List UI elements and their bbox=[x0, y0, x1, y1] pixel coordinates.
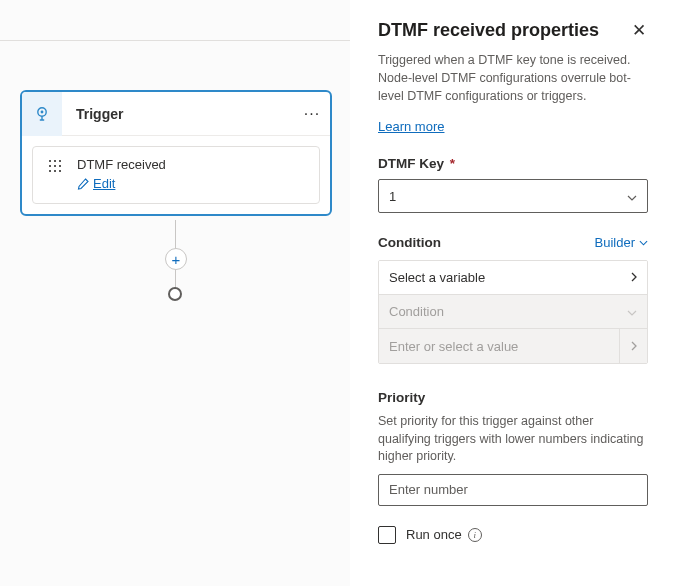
chevron-down-icon bbox=[627, 189, 637, 204]
condition-header: Condition Builder bbox=[378, 235, 648, 250]
dtmf-key-select[interactable]: 1 bbox=[378, 179, 648, 213]
node-body: DTMF received Edit bbox=[22, 136, 330, 214]
dtmf-trigger-item[interactable]: DTMF received Edit bbox=[32, 146, 320, 204]
condition-operator-select: Condition bbox=[379, 295, 647, 329]
condition-operator-placeholder: Condition bbox=[389, 304, 444, 319]
condition-value-placeholder: Enter or select a value bbox=[389, 339, 518, 354]
properties-panel: DTMF received properties ✕ Triggered whe… bbox=[350, 0, 674, 586]
add-node-button[interactable]: + bbox=[165, 248, 187, 270]
dtmf-key-value: 1 bbox=[389, 189, 396, 204]
panel-header: DTMF received properties ✕ bbox=[378, 20, 648, 41]
edit-link[interactable]: Edit bbox=[77, 176, 115, 191]
svg-point-10 bbox=[59, 170, 61, 172]
pencil-icon bbox=[77, 178, 89, 190]
node-more-button[interactable]: ··· bbox=[294, 92, 330, 136]
run-once-checkbox[interactable] bbox=[378, 526, 396, 544]
chevron-right-icon bbox=[631, 270, 637, 285]
svg-point-7 bbox=[59, 165, 61, 167]
node-header: Trigger ··· bbox=[22, 92, 330, 136]
priority-description: Set priority for this trigger against ot… bbox=[378, 413, 648, 466]
flow-end-marker bbox=[168, 287, 182, 301]
run-once-label: Run once i bbox=[406, 527, 482, 542]
svg-point-6 bbox=[54, 165, 56, 167]
run-once-row: Run once i bbox=[378, 526, 648, 544]
canvas-divider bbox=[0, 40, 350, 41]
trigger-node[interactable]: Trigger ··· DTMF received bbox=[20, 90, 332, 216]
svg-point-9 bbox=[54, 170, 56, 172]
condition-variable-select[interactable]: Select a variable bbox=[379, 261, 647, 295]
edit-link-label: Edit bbox=[93, 176, 115, 191]
learn-more-link[interactable]: Learn more bbox=[378, 119, 444, 134]
svg-point-4 bbox=[59, 160, 61, 162]
svg-point-1 bbox=[41, 110, 44, 113]
required-marker: * bbox=[450, 156, 455, 171]
condition-group: Select a variable Condition Enter or sel… bbox=[378, 260, 648, 364]
condition-value-select: Enter or select a value bbox=[379, 329, 647, 363]
panel-description: Triggered when a DTMF key tone is receiv… bbox=[378, 51, 648, 105]
run-once-label-text: Run once bbox=[406, 527, 462, 542]
svg-point-2 bbox=[49, 160, 51, 162]
info-icon[interactable]: i bbox=[468, 528, 482, 542]
chevron-down-icon bbox=[639, 240, 648, 246]
panel-title: DTMF received properties bbox=[378, 20, 599, 41]
chevron-down-icon bbox=[627, 304, 637, 319]
svg-point-3 bbox=[54, 160, 56, 162]
node-item-title: DTMF received bbox=[77, 157, 307, 172]
priority-input[interactable] bbox=[378, 474, 648, 506]
svg-point-5 bbox=[49, 165, 51, 167]
builder-toggle[interactable]: Builder bbox=[595, 235, 648, 250]
chevron-right-icon bbox=[619, 329, 647, 363]
priority-label-text: Priority bbox=[378, 390, 425, 405]
close-button[interactable]: ✕ bbox=[630, 20, 648, 41]
builder-label: Builder bbox=[595, 235, 635, 250]
dtmf-key-label-text: DTMF Key bbox=[378, 156, 444, 171]
node-item-content: DTMF received Edit bbox=[77, 157, 307, 193]
node-title: Trigger bbox=[62, 106, 294, 122]
svg-point-8 bbox=[49, 170, 51, 172]
condition-variable-placeholder: Select a variable bbox=[389, 270, 485, 285]
priority-label: Priority bbox=[378, 390, 648, 405]
condition-label: Condition bbox=[378, 235, 441, 250]
trigger-icon bbox=[22, 92, 62, 136]
dtmf-key-label: DTMF Key * bbox=[378, 156, 648, 171]
flow-canvas: Trigger ··· DTMF received bbox=[0, 0, 350, 586]
dialpad-icon bbox=[45, 157, 65, 175]
